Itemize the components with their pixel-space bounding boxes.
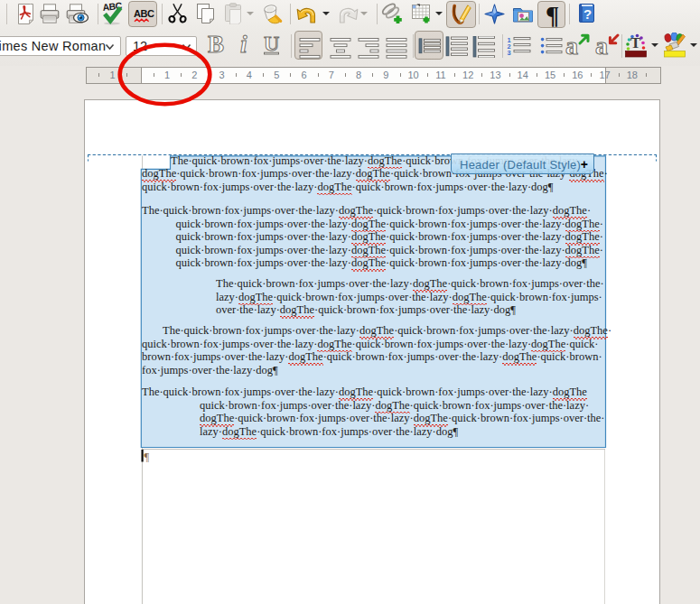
svg-text:¶: ¶	[145, 451, 150, 463]
